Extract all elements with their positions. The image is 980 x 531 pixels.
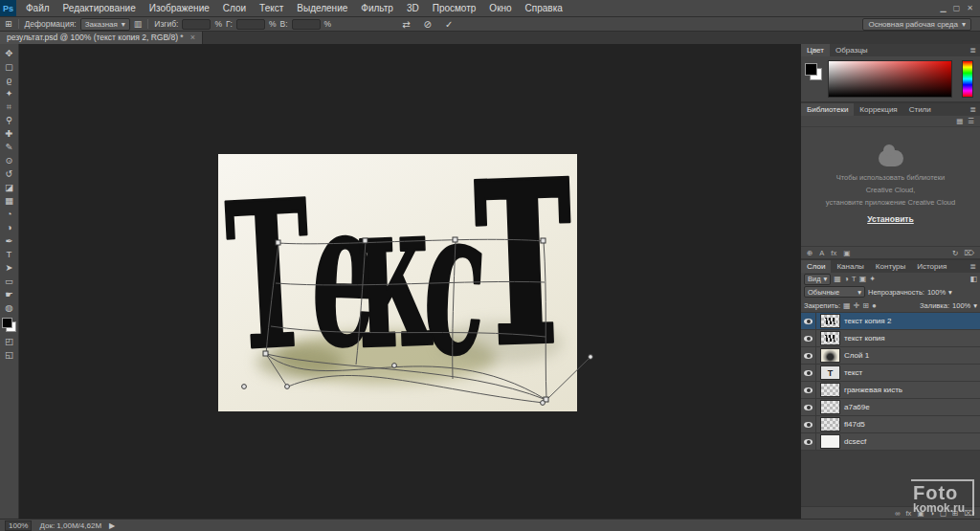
history-brush-tool[interactable]: ↺ (0, 167, 18, 181)
saturation-picker[interactable] (828, 60, 952, 98)
layer-row[interactable]: T текст (801, 365, 980, 382)
visibility-toggle[interactable] (801, 313, 816, 329)
menu-item-select[interactable]: Выделение (290, 0, 354, 16)
layer-thumbnail[interactable] (820, 314, 840, 328)
marquee-tool[interactable]: ▢ (0, 60, 18, 74)
layer-name[interactable]: текст (844, 368, 862, 377)
layer-row[interactable]: Слой 1 (801, 347, 980, 365)
h-distort-input[interactable] (236, 19, 265, 30)
visibility-toggle[interactable] (801, 347, 816, 364)
v-distort-input[interactable] (292, 19, 321, 30)
panel-menu-icon[interactable]: ≣ (966, 260, 980, 273)
quick-selection-tool[interactable]: ✦ (0, 87, 18, 100)
menu-item-layers[interactable]: Слои (216, 0, 253, 16)
add-content-icon[interactable]: ⊕ (807, 249, 813, 257)
workspace-switcher[interactable]: Основная рабочая среда ▾ (862, 18, 971, 31)
foreground-color-swatch[interactable] (2, 318, 12, 328)
quick-mask-button[interactable]: ◰ (0, 335, 18, 348)
status-arrow-icon[interactable]: ▶ (109, 521, 115, 530)
tab-history[interactable]: История (911, 260, 952, 273)
layer-row[interactable]: гранжевая кисть (801, 382, 980, 399)
warp-preset-select[interactable]: Заказная ▾ (80, 18, 130, 31)
move-tool[interactable]: ✥ (0, 47, 18, 60)
panel-menu-icon[interactable]: ≣ (966, 44, 980, 56)
tab-color[interactable]: Цвет (801, 44, 830, 56)
switch-transform-warp-icon[interactable]: ⇄ (402, 19, 410, 30)
zoom-level-field[interactable]: 100% (5, 520, 32, 531)
layer-thumbnail[interactable] (820, 434, 840, 449)
minimize-icon[interactable]: ▁ (941, 4, 947, 12)
zoom-tool[interactable]: ◍ (0, 301, 18, 315)
layer-thumbnail[interactable] (820, 348, 840, 363)
screen-mode-button[interactable]: ◱ (0, 348, 18, 362)
layer-name[interactable]: текст копия 2 (844, 317, 891, 325)
layer-row[interactable]: a7a69e (801, 399, 980, 416)
shape-tool[interactable]: ▭ (0, 275, 18, 288)
visibility-toggle[interactable] (801, 330, 816, 346)
blur-tool[interactable]: ◔ (0, 208, 18, 221)
opacity-value[interactable]: 100% (927, 288, 946, 297)
tab-close-icon[interactable]: × (190, 32, 195, 44)
tab-libraries[interactable]: Библиотеки (801, 103, 854, 116)
foreground-background-swatches[interactable] (2, 318, 16, 332)
layer-name[interactable]: dcsecf (844, 437, 866, 446)
lock-pixels-icon[interactable]: ✛ (854, 301, 860, 310)
panel-menu-icon[interactable]: ≣ (966, 103, 980, 116)
tab-layers[interactable]: Слои (801, 260, 831, 273)
tab-adjustments[interactable]: Коррекция (854, 103, 902, 116)
filter-adjustment-icon[interactable]: ◑ (844, 275, 849, 283)
visibility-toggle[interactable] (801, 365, 816, 381)
menu-item-edit[interactable]: Редактирование (56, 0, 143, 16)
menu-item-3d[interactable]: 3D (400, 0, 426, 16)
layer-thumbnail[interactable] (820, 331, 840, 345)
filter-kind-select[interactable]: Вид ▾ (804, 274, 831, 285)
hand-tool[interactable]: ☛ (0, 288, 18, 301)
filter-pixel-icon[interactable]: ▦ (834, 275, 841, 283)
layer-name[interactable]: a7a69e (844, 403, 870, 411)
layer-thumbnail[interactable] (820, 400, 840, 414)
layer-style-icon[interactable]: fx (831, 249, 836, 257)
eraser-tool[interactable]: ◪ (0, 181, 18, 194)
list-view-icon[interactable]: ☰ (968, 117, 974, 125)
trash-icon[interactable]: ⌦ (964, 249, 974, 257)
path-selection-tool[interactable]: ➤ (0, 261, 18, 275)
gradient-tool[interactable]: ▦ (0, 194, 18, 208)
grid-view-icon[interactable]: ▦ (956, 117, 963, 125)
layer-name[interactable]: гранжевая кисть (844, 386, 902, 394)
tab-channels[interactable]: Каналы (831, 260, 869, 273)
filter-type-icon[interactable]: T (852, 275, 857, 283)
filter-toggle-icon[interactable]: ◧ (969, 275, 977, 283)
layer-row[interactable]: fl47d5 (801, 416, 980, 433)
crop-tool[interactable]: ⌗ (0, 100, 18, 114)
character-style-icon[interactable]: А (819, 249, 824, 257)
close-icon[interactable]: ✕ (967, 4, 973, 12)
brush-tool[interactable]: ✎ (0, 141, 18, 154)
install-link[interactable]: Установить (867, 214, 914, 224)
sync-icon[interactable]: ↻ (952, 249, 958, 257)
restore-icon[interactable]: ▢ (953, 4, 961, 12)
layer-name[interactable]: текст копия (844, 334, 885, 343)
canvas-area[interactable]: Т е к с т (19, 44, 801, 520)
menu-item-help[interactable]: Справка (519, 0, 569, 16)
visibility-toggle[interactable] (801, 433, 816, 450)
menu-item-type[interactable]: Текст (253, 0, 290, 16)
pen-tool[interactable]: ✒ (0, 234, 18, 248)
dodge-tool[interactable]: ◑ (0, 221, 18, 234)
layer-name[interactable]: fl47d5 (844, 420, 865, 429)
blend-mode-select[interactable]: Обычные ▾ (804, 286, 865, 298)
document-tab[interactable]: результат.psd @ 100% (текст копия 2, RGB… (0, 32, 203, 44)
tab-styles[interactable]: Стили (903, 103, 937, 116)
type-tool[interactable]: T (0, 248, 18, 261)
lock-all-icon[interactable]: ● (872, 301, 877, 310)
layer-row[interactable]: текст копия (801, 330, 980, 347)
visibility-toggle[interactable] (801, 416, 816, 432)
lasso-tool[interactable]: ϱ (0, 74, 18, 87)
layer-row[interactable]: dcsecf (801, 433, 980, 451)
visibility-toggle[interactable] (801, 399, 816, 415)
clone-stamp-tool[interactable]: ⊙ (0, 154, 18, 167)
layer-name[interactable]: Слой 1 (844, 351, 869, 360)
visibility-toggle[interactable] (801, 382, 816, 398)
commit-transform-icon[interactable]: ✓ (445, 19, 453, 30)
menu-item-view[interactable]: Просмотр (426, 0, 483, 16)
color-swatch-pair[interactable] (805, 63, 822, 80)
